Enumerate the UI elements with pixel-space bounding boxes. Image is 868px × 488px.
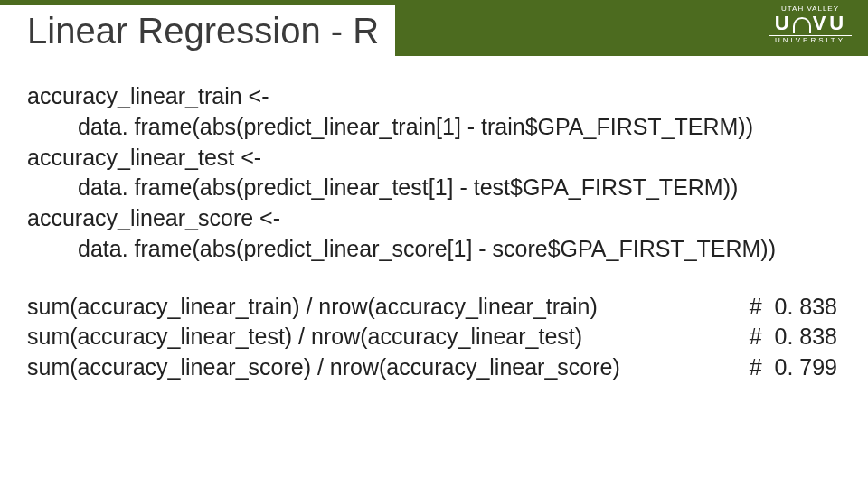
logo-letter-u2: U bbox=[829, 14, 845, 33]
code-line: accuracy_linear_score <- bbox=[27, 203, 841, 234]
slide-header: Linear Regression - R UTAH VALLEY U V U … bbox=[0, 0, 868, 56]
code-row: sum(accuracy_linear_test) / nrow(accurac… bbox=[27, 322, 841, 352]
code-comment: # 0. 838 bbox=[750, 322, 841, 352]
logo-mark: U V U bbox=[765, 14, 855, 33]
code-line: data. frame(abs(predict_linear_train[1] … bbox=[27, 112, 841, 143]
code-comment: # 0. 838 bbox=[750, 292, 841, 323]
code-line: accuracy_linear_train <- bbox=[27, 81, 841, 112]
code-line: data. frame(abs(predict_linear_test[1] -… bbox=[27, 173, 841, 203]
logo-arch-icon bbox=[793, 17, 811, 33]
code-row: sum(accuracy_linear_score) / nrow(accura… bbox=[27, 352, 841, 383]
slide-title: Linear Regression - R bbox=[27, 11, 379, 52]
code-row: sum(accuracy_linear_train) / nrow(accura… bbox=[27, 292, 841, 323]
code-line: data. frame(abs(predict_linear_score[1] … bbox=[27, 234, 841, 265]
code-comment: # 0. 799 bbox=[750, 352, 841, 383]
code-left: sum(accuracy_linear_score) / nrow(accura… bbox=[27, 352, 620, 383]
code-line: accuracy_linear_test <- bbox=[27, 143, 841, 174]
logo-letter-u: U bbox=[775, 14, 791, 33]
logo-letter-v: V bbox=[813, 14, 828, 33]
slide-body: accuracy_linear_train <- data. frame(abs… bbox=[0, 56, 868, 383]
logo-bottom-text: UNIVERSITY bbox=[765, 37, 855, 44]
title-container: Linear Regression - R bbox=[0, 5, 395, 56]
code-left: sum(accuracy_linear_train) / nrow(accura… bbox=[27, 292, 598, 323]
code-left: sum(accuracy_linear_test) / nrow(accurac… bbox=[27, 322, 582, 352]
uvu-logo: UTAH VALLEY U V U UNIVERSITY bbox=[765, 5, 855, 51]
blank-line bbox=[27, 265, 841, 292]
